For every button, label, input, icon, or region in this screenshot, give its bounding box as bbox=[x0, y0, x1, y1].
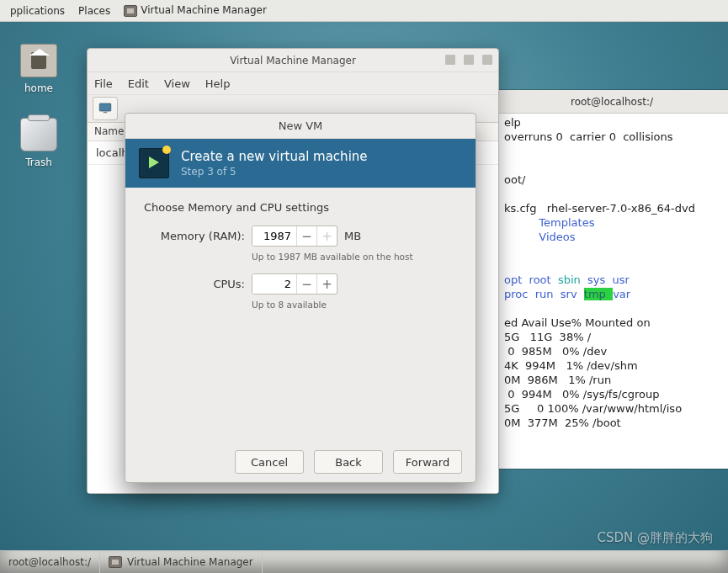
menu-file[interactable]: File bbox=[94, 77, 113, 90]
cpu-decrement[interactable]: − bbox=[296, 274, 316, 294]
new-vm-button[interactable] bbox=[93, 97, 118, 120]
memory-decrement[interactable]: − bbox=[296, 226, 316, 246]
menu-help[interactable]: Help bbox=[205, 77, 231, 90]
vm-create-icon bbox=[139, 148, 169, 178]
back-button[interactable]: Back bbox=[314, 450, 383, 474]
new-vm-dialog: New VM Create a new virtual machine Step… bbox=[125, 113, 476, 483]
active-app-label: Virtual Machine Manager bbox=[141, 4, 267, 16]
task-terminal[interactable]: root@localhost:/ bbox=[0, 551, 100, 573]
gnome-top-bar: pplications Places Virtual Machine Manag… bbox=[0, 0, 728, 22]
desktop-home[interactable]: home bbox=[20, 44, 57, 94]
dialog-heading: Create a new virtual machine bbox=[181, 149, 368, 164]
memory-spinner: − + bbox=[252, 225, 337, 247]
terminal-title: root@localhost:/ bbox=[496, 90, 728, 114]
dialog-step: Step 3 of 5 bbox=[181, 166, 368, 178]
vmm-icon bbox=[124, 5, 137, 17]
menu-edit[interactable]: Edit bbox=[128, 77, 149, 90]
menu-view[interactable]: View bbox=[164, 77, 190, 90]
vmm-menubar: File Edit View Help bbox=[88, 72, 498, 94]
trash-icon bbox=[20, 118, 57, 151]
maximize-icon[interactable] bbox=[464, 55, 474, 65]
bottom-taskbar: root@localhost:/ Virtual Machine Manager bbox=[0, 550, 728, 573]
active-app[interactable]: Virtual Machine Manager bbox=[117, 4, 274, 17]
cpu-label: CPUs: bbox=[144, 278, 245, 290]
minimize-icon[interactable] bbox=[445, 55, 455, 65]
desktop-trash-label: Trash bbox=[25, 157, 52, 168]
dialog-title[interactable]: New VM bbox=[125, 114, 476, 139]
desktop-home-label: home bbox=[24, 82, 53, 94]
dialog-footer: Cancel Back Forward bbox=[125, 442, 476, 482]
vmm-titlebar[interactable]: Virtual Machine Manager bbox=[88, 49, 498, 72]
vmm-icon bbox=[109, 556, 122, 568]
section-title: Choose Memory and CPU settings bbox=[144, 201, 457, 214]
close-icon[interactable] bbox=[482, 55, 492, 65]
memory-increment: + bbox=[316, 226, 337, 246]
menu-places[interactable]: Places bbox=[72, 5, 117, 17]
menu-applications[interactable]: pplications bbox=[3, 5, 72, 17]
svg-rect-1 bbox=[104, 112, 108, 114]
forward-button[interactable]: Forward bbox=[393, 450, 462, 474]
memory-input[interactable] bbox=[252, 226, 296, 246]
cpu-increment[interactable]: + bbox=[316, 274, 337, 294]
memory-unit: MB bbox=[344, 230, 361, 242]
terminal-output: elp overruns 0 carrier 0 collisions oot/… bbox=[504, 115, 720, 430]
task-vmm[interactable]: Virtual Machine Manager bbox=[100, 551, 263, 573]
monitor-icon bbox=[98, 101, 113, 116]
vmm-title: Virtual Machine Manager bbox=[230, 55, 356, 66]
watermark: CSDN @胖胖的大狗 bbox=[597, 530, 713, 546]
home-icon bbox=[20, 44, 57, 77]
cpu-spinner: − + bbox=[252, 273, 337, 294]
memory-label: Memory (RAM): bbox=[144, 230, 245, 242]
cancel-button[interactable]: Cancel bbox=[235, 450, 304, 474]
svg-rect-0 bbox=[99, 103, 111, 111]
dialog-banner: Create a new virtual machine Step 3 of 5 bbox=[125, 139, 476, 188]
memory-hint: Up to 1987 MB available on the host bbox=[252, 252, 457, 262]
cpu-input[interactable] bbox=[252, 274, 296, 294]
cpu-hint: Up to 8 available bbox=[252, 300, 457, 310]
desktop-trash[interactable]: Trash bbox=[20, 118, 57, 168]
terminal-window[interactable]: root@localhost:/ elp overruns 0 carrier … bbox=[495, 90, 728, 469]
